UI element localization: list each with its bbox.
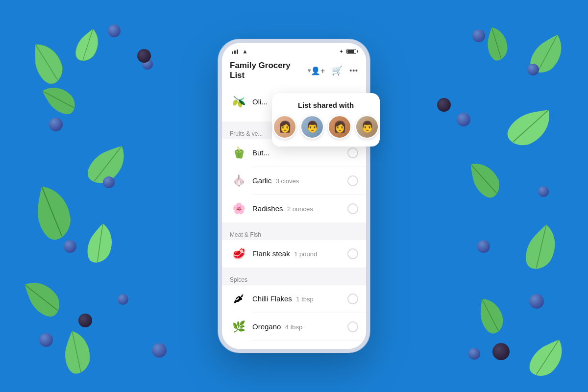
category-meat: Meat & Fish 🥩 Flank steak 1 pound xyxy=(222,228,366,268)
svg-line-13 xyxy=(535,340,560,374)
svg-line-9 xyxy=(512,110,550,142)
svg-line-11 xyxy=(535,224,548,268)
svg-line-5 xyxy=(96,223,104,262)
item-check-chilli[interactable] xyxy=(347,294,358,304)
item-qty-garlic: 3 cloves xyxy=(276,177,299,185)
avatar-face-3: 👩 xyxy=(329,116,350,138)
signal-bar-3 xyxy=(237,49,238,54)
blueberry-r3 xyxy=(457,113,470,126)
app-title: Family Grocery List xyxy=(230,61,306,80)
item-emoji-butternut: 🫑 xyxy=(230,144,247,162)
cart-icon[interactable]: 🛒 xyxy=(332,65,343,76)
leaf-top-left-2 xyxy=(67,21,107,70)
category-items-spices: 🌶 Chilli Flakes 1 tbsp 🌿 Oregano 4 tbsp xyxy=(222,285,366,349)
leaf-right-4 xyxy=(457,152,511,208)
item-name-oregano: Oregano xyxy=(252,322,281,331)
item-name-garlic: Garlic xyxy=(252,176,271,185)
blueberry-5 xyxy=(64,240,76,253)
blueberry-r7 xyxy=(468,348,480,360)
avatar-3[interactable]: 👩 xyxy=(328,115,351,139)
item-text-garlic: Garlic 3 cloves xyxy=(252,176,343,185)
battery-fill xyxy=(347,50,354,53)
avatar-4[interactable]: 👨 xyxy=(355,115,379,139)
blueberry-1 xyxy=(108,24,121,37)
item-qty-flanksteak: 1 pound xyxy=(294,250,317,258)
list-item-radishes: 🌸 Radishes 2 ounces xyxy=(222,195,366,222)
battery-icon xyxy=(346,49,356,54)
blueberry-7 xyxy=(39,333,53,347)
item-name-olive: Oli... xyxy=(252,98,268,106)
svg-line-4 xyxy=(42,186,62,237)
svg-line-2 xyxy=(43,90,74,109)
blueberry-8 xyxy=(152,343,167,358)
item-emoji-flanksteak: 🥩 xyxy=(230,245,247,263)
blueberry-2 xyxy=(142,59,153,70)
blackberry-3 xyxy=(492,343,510,360)
item-check-butternut[interactable] xyxy=(347,147,358,158)
item-name-flanksteak: Flank steak xyxy=(252,249,290,258)
leaf-right-3 xyxy=(495,93,564,159)
status-left: ▲ xyxy=(232,48,248,55)
blueberry-r2 xyxy=(527,64,539,75)
avatar-face-2: 👨 xyxy=(301,116,323,138)
blueberry-r4 xyxy=(538,186,549,197)
leaf-left-5 xyxy=(12,270,72,328)
blueberry-4 xyxy=(103,176,115,188)
shared-with-popup: List shared with 👩 👨 👩 👨 xyxy=(272,93,380,147)
item-check-radishes[interactable] xyxy=(347,203,358,214)
header-actions: 👤+ 🛒 ••• xyxy=(311,65,358,76)
list-item-blackpepper: ⚫ Black pepper 0.5 tsp xyxy=(222,341,366,349)
category-label-spices: Spices xyxy=(222,273,366,285)
item-qty-chilli: 1 tbsp xyxy=(296,295,313,303)
svg-line-12 xyxy=(482,298,498,331)
list-item-garlic: 🧄 Garlic 3 cloves xyxy=(222,167,366,195)
item-check-garlic[interactable] xyxy=(347,175,358,186)
item-check-flanksteak[interactable] xyxy=(347,248,358,259)
wifi-icon: ▲ xyxy=(242,48,248,55)
leaf-right-6 xyxy=(467,290,513,343)
item-text-radishes: Radishes 2 ounces xyxy=(252,204,343,213)
svg-line-6 xyxy=(25,284,58,312)
status-right: ✦ xyxy=(339,49,356,55)
list-item-flanksteak: 🥩 Flank steak 1 pound xyxy=(222,240,366,268)
leaf-bottom-1 xyxy=(55,326,97,380)
item-check-oregano[interactable] xyxy=(347,321,358,332)
item-name-chilli: Chilli Flakes xyxy=(252,294,292,303)
phone-frame: ▲ ✦ Family Grocery List ▾ 👤+ 🛒 ••• xyxy=(218,39,370,353)
item-name-radishes: Radishes xyxy=(252,204,283,213)
blueberry-r6 xyxy=(529,294,544,309)
category-spices: Spices 🌶 Chilli Flakes 1 tbsp 🌿 xyxy=(222,273,366,349)
leaf-right-2 xyxy=(478,22,514,67)
item-qty-radishes: 2 ounces xyxy=(287,205,313,213)
blackberry-1 xyxy=(137,49,151,63)
item-emoji-radishes: 🌸 xyxy=(230,200,247,218)
more-options-icon[interactable]: ••• xyxy=(349,67,358,74)
svg-line-8 xyxy=(491,27,501,59)
blackberry-4 xyxy=(437,98,451,112)
blueberry-r5 xyxy=(477,240,490,253)
item-text-oregano: Oregano 4 tbsp xyxy=(252,322,343,331)
avatar-1[interactable]: 👩 xyxy=(273,115,296,139)
list-item-chilli: 🌶 Chilli Flakes 1 tbsp xyxy=(222,285,366,313)
item-text-chilli: Chilli Flakes 1 tbsp xyxy=(252,294,343,303)
leaf-top-left-1 xyxy=(20,34,74,94)
leaf-left-1 xyxy=(32,77,85,124)
add-person-icon[interactable]: 👤+ xyxy=(311,66,325,75)
svg-line-14 xyxy=(72,331,81,372)
leaf-right-5 xyxy=(515,217,565,278)
leaf-left-2 xyxy=(75,132,138,196)
app-title-container: Family Grocery List ▾ xyxy=(230,61,311,80)
category-items-fruits: 🫑 But... 🧄 Garlic 3 cloves xyxy=(222,139,366,222)
blueberry-3 xyxy=(49,118,63,131)
signal-bar-1 xyxy=(232,51,233,54)
item-emoji-chilli: 🌶 xyxy=(230,290,247,308)
avatar-2[interactable]: 👨 xyxy=(300,115,324,139)
blueberry-r1 xyxy=(472,29,485,42)
svg-line-7 xyxy=(537,35,559,72)
popup-title: List shared with xyxy=(280,101,372,109)
svg-line-3 xyxy=(93,146,123,181)
list-item-oregano: 🌿 Oregano 4 tbsp xyxy=(222,313,366,341)
avatars-row: 👩 👨 👩 👨 xyxy=(280,115,372,139)
category-label-meat: Meat & Fish xyxy=(222,228,366,240)
item-qty-oregano: 4 tbsp xyxy=(285,323,302,331)
